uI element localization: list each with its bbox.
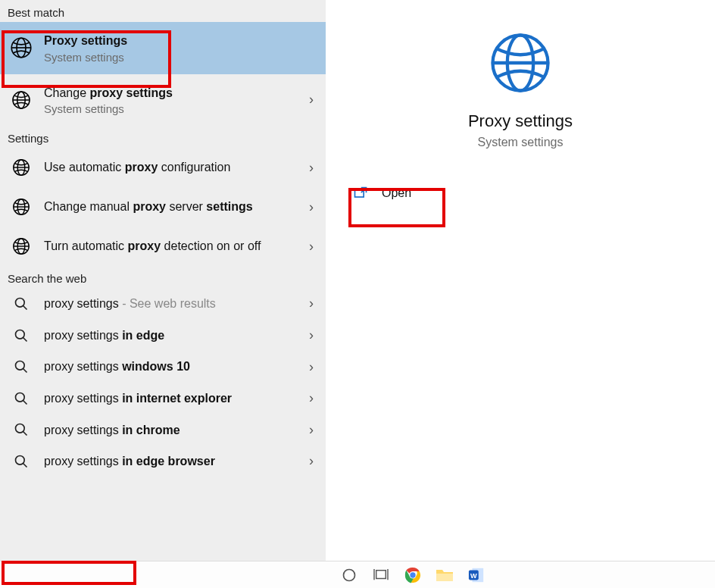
section-best-match: Best match	[0, 0, 326, 22]
globe-icon	[488, 30, 553, 95]
web-result-proxy-settings[interactable]: proxy settings - See web results ›	[0, 288, 326, 320]
section-search-web: Search the web	[0, 266, 326, 288]
chevron-right-icon: ›	[301, 199, 321, 215]
search-icon	[8, 391, 35, 406]
svg-point-19	[16, 361, 25, 371]
chrome-icon[interactable]	[397, 561, 429, 589]
chevron-right-icon: ›	[301, 453, 321, 469]
section-settings: Settings	[0, 126, 326, 148]
best-match-title: Proxy settings	[44, 34, 127, 47]
cortana-icon[interactable]	[333, 561, 365, 589]
svg-line-24	[23, 432, 27, 436]
search-icon	[8, 359, 35, 374]
globe-icon	[8, 158, 35, 177]
globe-icon	[8, 36, 35, 59]
svg-point-34	[344, 569, 355, 580]
chevron-right-icon: ›	[301, 160, 321, 176]
search-icon	[8, 422, 35, 437]
web-result-in-chrome[interactable]: proxy settings in chrome ›	[0, 414, 326, 446]
open-icon	[353, 186, 368, 201]
word-icon[interactable]: W	[461, 561, 492, 589]
result-turn-automatic-proxy-detection[interactable]: Turn automatic proxy detection on or off…	[0, 227, 326, 266]
best-match-subtitle: System settings	[44, 51, 321, 64]
svg-point-40	[410, 572, 415, 577]
chevron-right-icon: ›	[301, 390, 321, 406]
open-label: Open	[382, 186, 411, 200]
chevron-right-icon: ›	[301, 422, 321, 438]
preview-panel: Proxy settings System settings Open	[326, 0, 715, 561]
svg-line-26	[23, 463, 27, 467]
svg-point-25	[16, 455, 25, 464]
taskbar: W	[0, 561, 715, 588]
search-results-panel: Best match Proxy settings System setting…	[0, 0, 326, 561]
search-icon	[8, 454, 35, 469]
svg-rect-35	[376, 570, 386, 578]
task-view-icon[interactable]	[365, 561, 397, 589]
svg-point-23	[16, 424, 25, 433]
svg-line-16	[23, 305, 27, 309]
globe-icon	[8, 237, 35, 255]
svg-point-21	[16, 393, 25, 402]
preview-subtitle: System settings	[326, 136, 715, 149]
file-explorer-icon[interactable]	[429, 561, 461, 589]
svg-point-15	[16, 298, 25, 307]
chevron-right-icon: ›	[301, 327, 321, 343]
web-result-internet-explorer[interactable]: proxy settings in internet explorer ›	[0, 383, 326, 414]
chevron-right-icon: ›	[301, 296, 321, 311]
svg-line-20	[23, 369, 27, 373]
svg-line-22	[23, 400, 27, 404]
web-result-windows-10[interactable]: proxy settings windows 10 ›	[0, 351, 326, 383]
svg-text:W: W	[470, 571, 477, 579]
open-action[interactable]: Open	[326, 175, 715, 211]
svg-line-18	[23, 337, 27, 341]
result-change-proxy-settings[interactable]: Change proxy settings System settings ›	[0, 74, 326, 127]
preview-title: Proxy settings	[326, 111, 715, 131]
svg-rect-41	[436, 574, 453, 581]
chevron-right-icon: ›	[301, 239, 321, 255]
result-change-manual-proxy[interactable]: Change manual proxy server settings ›	[0, 187, 326, 227]
result-proxy-settings-best[interactable]: Proxy settings System settings	[0, 22, 326, 74]
svg-point-17	[16, 330, 25, 339]
chevron-right-icon: ›	[301, 359, 321, 375]
web-result-in-edge-browser[interactable]: proxy settings in edge browser ›	[0, 446, 326, 477]
globe-icon	[8, 198, 35, 216]
search-icon	[8, 296, 35, 311]
result-use-automatic-proxy[interactable]: Use automatic proxy configuration ›	[0, 148, 326, 187]
search-icon	[8, 328, 35, 343]
web-result-in-edge[interactable]: proxy settings in edge ›	[0, 320, 326, 352]
globe-icon	[8, 90, 35, 110]
chevron-right-icon: ›	[301, 92, 321, 108]
